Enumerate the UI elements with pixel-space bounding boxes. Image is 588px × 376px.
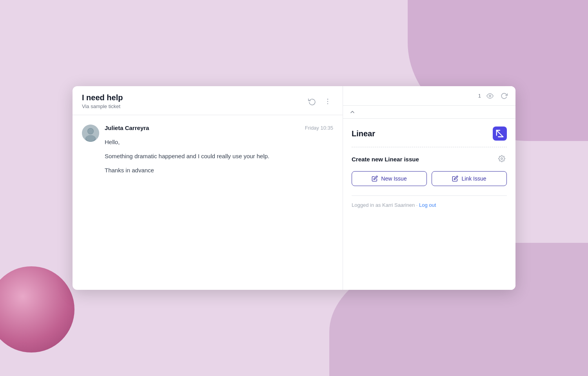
avatar <box>82 125 99 142</box>
message-body-area: Julieta Carreyra Friday 10:35 Hello, Som… <box>73 115 343 290</box>
history-button[interactable] <box>307 96 318 107</box>
logged-in-text: Logged in as Karri Saarinen · Log out <box>352 202 507 208</box>
message-body2: Thanks in advance <box>105 166 333 175</box>
bg-sphere <box>0 266 74 352</box>
svg-point-9 <box>501 158 503 160</box>
left-panel: I need help Via sample ticket <box>73 86 343 290</box>
action-buttons: New Issue Link Issue <box>352 171 507 186</box>
ticket-header: I need help Via sample ticket <box>73 86 343 115</box>
linear-section: Linear Create new Linear issue <box>343 119 515 216</box>
message-greeting: Hello, <box>105 137 333 147</box>
message-meta: Julieta Carreyra Friday 10:35 Hello, Som… <box>105 125 333 175</box>
right-panel: 1 Linear <box>343 86 515 290</box>
sender-row: Julieta Carreyra Friday 10:35 <box>105 125 333 131</box>
message-content: Hello, Something dramatic happened and I… <box>105 137 333 175</box>
eye-button[interactable] <box>485 91 495 101</box>
right-top-bar: 1 <box>343 86 515 106</box>
collapse-button[interactable] <box>343 106 515 119</box>
linear-logo-row: Linear <box>352 129 375 138</box>
svg-point-1 <box>327 101 328 102</box>
svg-point-0 <box>327 98 328 99</box>
svg-point-6 <box>88 128 93 134</box>
svg-point-7 <box>86 135 95 141</box>
link-issue-label: Link Issue <box>461 175 486 182</box>
svg-point-8 <box>489 95 491 97</box>
linear-header: Linear <box>352 127 507 141</box>
ticket-titles: I need help Via sample ticket <box>82 93 123 109</box>
main-window: I need help Via sample ticket <box>73 86 515 290</box>
linear-title: Linear <box>352 129 375 138</box>
create-issue-label: Create new Linear issue <box>352 156 419 163</box>
sender-name: Julieta Carreyra <box>105 125 149 131</box>
svg-point-2 <box>327 103 328 104</box>
section-divider <box>352 147 507 147</box>
ticket-title: I need help <box>82 93 123 102</box>
new-issue-label: New Issue <box>381 175 407 182</box>
header-actions <box>307 96 333 107</box>
settings-button[interactable] <box>497 154 507 165</box>
message-time: Friday 10:35 <box>305 125 333 131</box>
btn-divider <box>352 195 507 196</box>
ticket-subtitle: Via sample ticket <box>82 103 123 109</box>
create-issue-row: Create new Linear issue <box>352 154 507 165</box>
link-issue-button[interactable]: Link Issue <box>432 171 507 186</box>
new-issue-button[interactable]: New Issue <box>352 171 427 186</box>
logout-link[interactable]: Log out <box>419 202 436 208</box>
linear-logo-icon <box>493 127 507 141</box>
message-header: Julieta Carreyra Friday 10:35 Hello, Som… <box>82 125 333 175</box>
refresh-button[interactable] <box>499 91 509 101</box>
view-count: 1 <box>478 93 481 99</box>
message-body1: Something dramatic happened and I could … <box>105 152 333 161</box>
more-options-button[interactable] <box>322 96 333 107</box>
logged-in-prefix: Logged in as Karri Saarinen · <box>352 202 419 208</box>
